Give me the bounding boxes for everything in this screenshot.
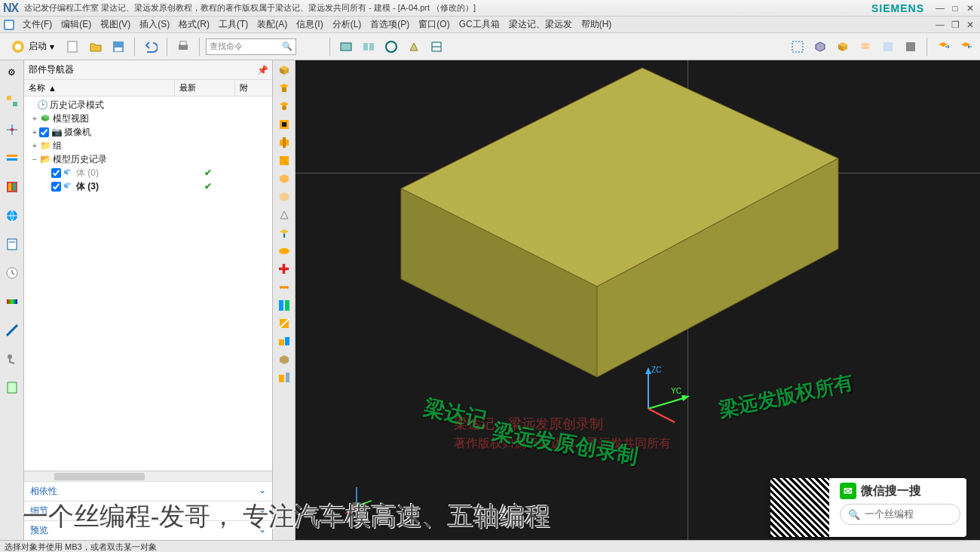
view-btn-2[interactable] (359, 37, 378, 57)
expand-icon[interactable]: + (30, 128, 39, 136)
feat-btn-13[interactable] (275, 279, 293, 296)
menu-insert[interactable]: 插入(S) (135, 17, 174, 32)
start-button[interactable]: 启动 ▾ (5, 38, 60, 56)
menu-edit[interactable]: 编辑(E) (57, 17, 96, 32)
feat-btn-1[interactable] (275, 62, 293, 78)
feat-btn-10[interactable] (275, 225, 293, 241)
col-attach[interactable]: 附 (235, 80, 272, 96)
sheet-icon[interactable] (3, 379, 21, 397)
close-button[interactable]: ✕ (963, 2, 977, 14)
feature-tool-strip: ✚ (273, 60, 296, 540)
reuse-icon[interactable] (3, 178, 21, 196)
command-search[interactable]: 查找命令 🔍 (206, 38, 296, 55)
pin-icon[interactable]: 📌 (257, 65, 268, 75)
undo-button[interactable] (141, 37, 161, 57)
feat-btn-8[interactable] (275, 189, 293, 205)
layer-button[interactable] (856, 37, 875, 57)
iso-button[interactable] (833, 37, 853, 57)
tree-row-body3[interactable]: 体 (3) ✔ (24, 179, 272, 193)
part-nav-icon[interactable] (3, 149, 21, 167)
tree-row-group[interactable]: + 📁 组 (24, 139, 272, 152)
tree-row-model-history[interactable]: − 📂 模型历史记录 (24, 152, 272, 166)
menu-view[interactable]: 视图(V) (96, 17, 135, 32)
col-latest[interactable]: 最新 (175, 80, 235, 96)
menu-file[interactable]: 文件(F) (18, 17, 57, 32)
menu-assembly[interactable]: 装配(A) (253, 17, 292, 32)
collapse-icon[interactable]: − (30, 155, 39, 164)
body-icon (63, 181, 75, 192)
svg-rect-45 (279, 300, 283, 311)
expand-icon[interactable]: + (30, 115, 39, 123)
assembly-nav-icon[interactable] (3, 92, 21, 110)
wcs-button[interactable] (901, 37, 920, 57)
shade-button[interactable] (810, 37, 830, 57)
navigator-hscroll[interactable] (24, 471, 272, 481)
tree-row-model-view[interactable]: + 模型视图 (24, 112, 272, 125)
menu-help[interactable]: 帮助(H) (577, 17, 617, 32)
col-name[interactable]: 名称 ▲ (24, 80, 175, 96)
history-icon[interactable] (3, 235, 21, 253)
clock-icon[interactable] (3, 264, 21, 282)
3d-viewport[interactable]: ZC YC 梁达记 梁远发版权所有 梁达记、梁远发原创录制 著作版权归属于梁达记… (296, 60, 980, 540)
menu-author[interactable]: 梁达记、梁远发 (504, 17, 577, 32)
feat-btn-17[interactable] (275, 351, 293, 368)
expand-icon[interactable]: + (30, 142, 39, 150)
tree-row-history-mode[interactable]: 🕒 历史记录模式 (24, 98, 272, 112)
web-icon[interactable] (3, 207, 21, 225)
view-btn-1[interactable] (336, 37, 356, 57)
view-btn-3[interactable] (381, 37, 401, 57)
doc-minimize-button[interactable]: — (933, 19, 947, 31)
measure-icon[interactable] (3, 321, 21, 339)
feat-btn-6[interactable] (275, 152, 293, 169)
fit-button[interactable] (788, 37, 807, 57)
tree-row-camera[interactable]: + 📷 摄像机 (24, 125, 272, 139)
export-button[interactable] (933, 37, 953, 57)
minimize-button[interactable]: — (933, 2, 947, 14)
view-btn-5[interactable] (427, 37, 446, 57)
qr-code (770, 478, 829, 537)
title-bar: NX 达记发仔编程工作室 梁达记、梁远发原创教程，教程的著作版权属于梁达记、梁远… (0, 0, 980, 17)
menu-format[interactable]: 格式(R) (174, 17, 214, 32)
maximize-button[interactable]: □ (948, 2, 962, 14)
menu-tools[interactable]: 工具(T) (214, 17, 253, 32)
print-button[interactable] (173, 37, 193, 57)
menu-gctoolbox[interactable]: GC工具箱 (455, 17, 504, 32)
navigator-tree[interactable]: 🕒 历史记录模式 + 模型视图 + 📷 摄像机 + 📁 组 − 📂 (24, 97, 272, 471)
feat-btn-12[interactable]: ✚ (275, 261, 293, 278)
body3-checkbox[interactable] (51, 182, 61, 192)
feat-btn-5[interactable] (275, 134, 293, 151)
feat-btn-4[interactable] (275, 116, 293, 133)
body0-checkbox[interactable] (51, 168, 61, 178)
feat-btn-15[interactable] (275, 315, 293, 332)
feat-btn-9[interactable] (275, 207, 293, 223)
feat-btn-7[interactable] (275, 170, 293, 187)
feat-btn-11[interactable] (275, 243, 293, 259)
new-button[interactable] (63, 37, 83, 57)
dependency-section[interactable]: 相依性⌄ (24, 481, 272, 501)
menu-analysis[interactable]: 分析(L) (328, 17, 366, 32)
svg-rect-18 (884, 42, 893, 51)
view-btn-4[interactable] (404, 37, 424, 57)
clip-button[interactable] (878, 37, 898, 57)
gear-icon[interactable]: ⚙ (3, 63, 21, 81)
open-button[interactable] (86, 37, 106, 57)
save-button[interactable] (109, 37, 128, 57)
menu-info[interactable]: 信息(I) (292, 17, 327, 32)
feat-btn-18[interactable] (275, 370, 293, 386)
feat-btn-3[interactable] (275, 98, 293, 115)
render-icon[interactable] (3, 293, 21, 311)
feat-btn-14[interactable] (275, 297, 293, 314)
menu-window[interactable]: 窗口(O) (414, 17, 454, 32)
camera-checkbox[interactable] (39, 127, 49, 137)
tree-row-body0[interactable]: 体 (0) ✔ (24, 166, 272, 179)
constraint-icon[interactable] (3, 121, 21, 139)
svg-point-42 (280, 286, 283, 289)
import-button[interactable] (956, 37, 975, 57)
robot-icon[interactable] (3, 350, 21, 368)
feat-btn-16[interactable] (275, 333, 293, 350)
menu-prefs[interactable]: 首选项(P) (366, 17, 414, 32)
feat-btn-2[interactable] (275, 80, 293, 97)
wechat-search[interactable]: 🔍 一个丝编程 (840, 504, 960, 525)
doc-close-button[interactable]: ✕ (963, 19, 977, 31)
doc-restore-button[interactable]: ❐ (948, 19, 962, 31)
